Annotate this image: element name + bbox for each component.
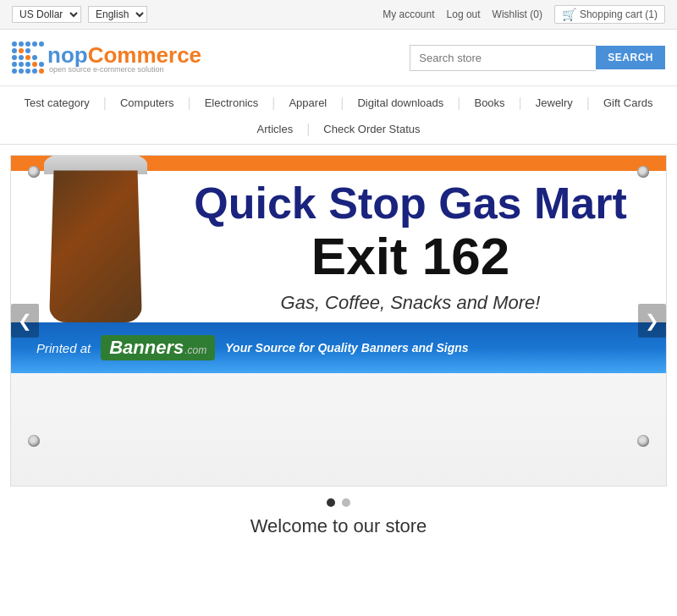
wishlist-link[interactable]: Wishlist (0) — [493, 8, 542, 20]
logo-dot-7 — [25, 48, 30, 53]
slider-dot-1[interactable] — [342, 498, 350, 507]
logo-tagline: open source e-commerce solution — [49, 65, 201, 74]
nav-item-check-order-status[interactable]: Check Order Status — [311, 119, 432, 139]
banner-screw-bl — [28, 435, 40, 447]
slider-dot-0[interactable] — [327, 498, 335, 507]
nav-item-digital-downloads[interactable]: Digital downloads — [345, 86, 455, 119]
cup-body — [49, 170, 142, 322]
banner-screw-tr — [637, 166, 649, 178]
nav-item-apparel[interactable]: Apparel — [277, 86, 338, 119]
logo-commerce: Commerce — [88, 42, 201, 68]
logo-wrapper: nopCommerce open source e-commerce solut… — [47, 42, 201, 74]
logo-dot-11 — [19, 55, 24, 60]
banner-screw-tl — [28, 166, 40, 178]
main-nav: Test category|Computers|Electronics|Appa… — [0, 86, 677, 145]
nav-item-test-category[interactable]: Test category — [12, 86, 101, 119]
banner-bottom-printed: Printed at — [36, 341, 91, 355]
logo-dot-6 — [19, 48, 24, 53]
currency-selector[interactable]: US Dollar — [12, 6, 81, 23]
logo-dot-2 — [25, 41, 30, 47]
banner-screw-br — [637, 435, 649, 447]
logo-dot-22 — [25, 69, 30, 74]
slide-next-button[interactable]: ❯ — [638, 304, 666, 338]
slide-prev-button[interactable]: ❮ — [11, 304, 39, 338]
shopping-cart-label: Shopping cart (1) — [580, 8, 658, 20]
logo-dot-18 — [32, 62, 37, 67]
search-input[interactable] — [410, 45, 596, 71]
banner-title-2: Exit 162 — [180, 228, 641, 285]
logo-dot-17 — [25, 62, 30, 67]
logo-dot-8 — [32, 48, 37, 53]
nav-separator: | — [585, 96, 592, 111]
logo-dot-4 — [39, 41, 44, 47]
logo-dot-16 — [19, 62, 24, 67]
log-out-link[interactable]: Log out — [447, 8, 481, 20]
banner-logo-brand: Banners.com — [101, 335, 215, 360]
nav-row1: Test category|Computers|Electronics|Appa… — [8, 86, 669, 119]
logo-link[interactable]: nopCommerce open source e-commerce solut… — [12, 41, 201, 74]
top-bar: US Dollar English My account Log out Wis… — [0, 0, 677, 30]
banner-main: Quick Stop Gas Mart Exit 162 Gas, Coffee… — [11, 171, 666, 322]
logo-dot-24 — [39, 69, 44, 74]
nav-separator: | — [270, 96, 277, 111]
nav-row2: Articles|Check Order Status — [8, 119, 669, 144]
nav-separator: | — [517, 96, 524, 111]
logo-dot-14 — [39, 55, 44, 60]
nav-item-jewelry[interactable]: Jewelry — [524, 86, 585, 119]
logo-nop: nop — [47, 42, 88, 68]
slider-container: Quick Stop Gas Mart Exit 162 Gas, Coffee… — [10, 155, 667, 487]
logo-dot-23 — [32, 69, 37, 74]
logo-dots — [12, 41, 44, 74]
my-account-link[interactable]: My account — [383, 8, 434, 20]
logo-dot-10 — [12, 55, 17, 60]
logo-dot-9 — [39, 48, 44, 53]
slider-dots — [0, 498, 677, 507]
top-bar-left: US Dollar English — [12, 6, 147, 23]
search-button[interactable]: SEARCH — [596, 46, 665, 69]
logo-dot-13 — [32, 55, 37, 60]
nav-item-articles[interactable]: Articles — [245, 119, 305, 139]
welcome-text: Welcome to our store — [0, 515, 677, 537]
banner-slogan: Your Source for Quality Banners and Sign… — [225, 341, 468, 355]
nav-item-books[interactable]: Books — [462, 86, 516, 119]
logo-dot-5 — [12, 48, 17, 53]
banner-title-1: Quick Stop Gas Mart — [180, 179, 641, 228]
banner-coffee-cup — [32, 156, 172, 322]
logo-dot-15 — [12, 62, 17, 67]
banner-bottom-strip: Printed at Banners.com Your Source for Q… — [11, 322, 666, 373]
logo-dot-1 — [19, 41, 24, 47]
nav-item-electronics[interactable]: Electronics — [193, 86, 271, 119]
nav-separator-row2: | — [305, 122, 311, 137]
language-selector[interactable]: English — [88, 6, 147, 23]
logo-dot-3 — [32, 41, 37, 47]
nav-separator: | — [338, 96, 345, 111]
logo-dot-0 — [12, 41, 17, 47]
logo-dot-21 — [19, 69, 24, 74]
slide: Quick Stop Gas Mart Exit 162 Gas, Coffee… — [11, 156, 666, 486]
nav-item-computers[interactable]: Computers — [108, 86, 186, 119]
shopping-cart-link[interactable]: 🛒 Shopping cart (1) — [554, 5, 665, 24]
banner-subtitle: Gas, Coffee, Snacks and More! — [180, 292, 641, 314]
logo-dot-20 — [12, 69, 17, 74]
logo-dot-12 — [25, 55, 30, 60]
nav-separator: | — [186, 96, 193, 111]
top-bar-right: My account Log out Wishlist (0) 🛒 Shoppi… — [383, 5, 665, 24]
nav-item-gift-cards[interactable]: Gift Cards — [592, 86, 665, 119]
nav-separator: | — [102, 96, 108, 111]
search-bar: SEARCH — [410, 45, 665, 71]
logo-dot-19 — [39, 62, 44, 67]
cart-icon: 🛒 — [562, 8, 576, 21]
header: nopCommerce open source e-commerce solut… — [0, 30, 677, 86]
nav-separator: | — [455, 96, 462, 111]
